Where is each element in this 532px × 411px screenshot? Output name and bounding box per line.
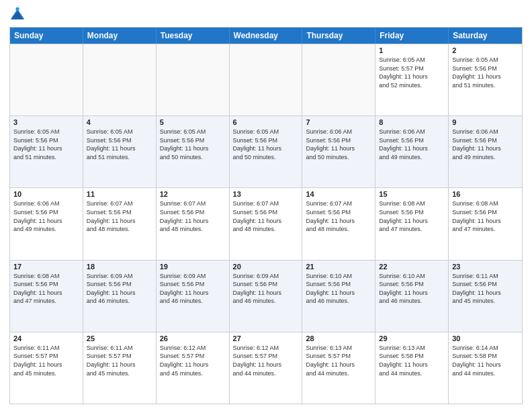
calendar-page: SundayMondayTuesdayWednesdayThursdayFrid… — [0, 0, 532, 411]
calendar-cell: 13Sunrise: 6:07 AM Sunset: 5:56 PM Dayli… — [230, 188, 303, 259]
calendar-row: 24Sunrise: 6:11 AM Sunset: 5:57 PM Dayli… — [10, 332, 522, 404]
day-number: 16 — [452, 190, 519, 198]
day-number: 14 — [306, 190, 371, 198]
calendar-cell — [157, 44, 230, 116]
day-number: 28 — [306, 334, 371, 342]
logo-icon — [9, 7, 26, 23]
calendar-header: SundayMondayTuesdayWednesdayThursdayFrid… — [10, 28, 522, 44]
day-info: Sunrise: 6:08 AM Sunset: 5:56 PM Dayligh… — [379, 199, 445, 233]
calendar-cell: 20Sunrise: 6:09 AM Sunset: 5:56 PM Dayli… — [230, 261, 303, 332]
day-number: 1 — [379, 46, 445, 54]
day-number: 19 — [160, 263, 226, 271]
day-info: Sunrise: 6:09 AM Sunset: 5:56 PM Dayligh… — [87, 272, 152, 306]
day-number: 27 — [233, 334, 299, 342]
calendar-row: 17Sunrise: 6:08 AM Sunset: 5:56 PM Dayli… — [10, 260, 522, 332]
day-info: Sunrise: 6:13 AM Sunset: 5:57 PM Dayligh… — [306, 344, 371, 377]
day-number: 9 — [452, 118, 519, 126]
day-number: 23 — [452, 263, 519, 271]
day-number: 15 — [379, 190, 445, 198]
day-info: Sunrise: 6:05 AM Sunset: 5:56 PM Dayligh… — [13, 128, 79, 161]
day-number: 22 — [379, 263, 445, 271]
day-info: Sunrise: 6:06 AM Sunset: 5:56 PM Dayligh… — [452, 128, 519, 161]
calendar-row: 10Sunrise: 6:06 AM Sunset: 5:56 PM Dayli… — [10, 187, 522, 259]
day-number: 24 — [13, 334, 79, 342]
day-number: 6 — [233, 118, 299, 126]
day-info: Sunrise: 6:12 AM Sunset: 5:57 PM Dayligh… — [233, 344, 299, 377]
day-info: Sunrise: 6:08 AM Sunset: 5:56 PM Dayligh… — [13, 272, 79, 306]
day-number: 5 — [160, 118, 226, 126]
calendar-cell: 3Sunrise: 6:05 AM Sunset: 5:56 PM Daylig… — [10, 116, 83, 187]
calendar-cell — [302, 44, 375, 116]
header — [9, 7, 523, 23]
calendar-cell: 10Sunrise: 6:06 AM Sunset: 5:56 PM Dayli… — [10, 188, 83, 259]
calendar-row: 3Sunrise: 6:05 AM Sunset: 5:56 PM Daylig… — [10, 116, 522, 187]
calendar-cell: 23Sunrise: 6:11 AM Sunset: 5:56 PM Dayli… — [449, 261, 522, 332]
calendar-cell: 24Sunrise: 6:11 AM Sunset: 5:57 PM Dayli… — [10, 332, 83, 404]
calendar-cell: 25Sunrise: 6:11 AM Sunset: 5:57 PM Dayli… — [83, 332, 157, 404]
day-number: 2 — [452, 46, 519, 54]
day-number: 13 — [233, 190, 299, 198]
calendar-row: 1Sunrise: 6:05 AM Sunset: 5:57 PM Daylig… — [10, 44, 522, 116]
calendar-cell: 2Sunrise: 6:05 AM Sunset: 5:56 PM Daylig… — [449, 44, 522, 116]
weekday-header: Sunday — [10, 28, 83, 44]
calendar-cell: 5Sunrise: 6:05 AM Sunset: 5:56 PM Daylig… — [157, 116, 230, 187]
day-number: 3 — [13, 118, 79, 126]
logo — [9, 7, 28, 23]
calendar-cell: 19Sunrise: 6:09 AM Sunset: 5:56 PM Dayli… — [157, 261, 230, 332]
day-info: Sunrise: 6:07 AM Sunset: 5:56 PM Dayligh… — [160, 199, 226, 233]
day-number: 12 — [160, 190, 226, 198]
day-number: 8 — [379, 118, 445, 126]
calendar-cell: 28Sunrise: 6:13 AM Sunset: 5:57 PM Dayli… — [302, 332, 375, 404]
calendar-cell: 30Sunrise: 6:14 AM Sunset: 5:58 PM Dayli… — [449, 332, 522, 404]
day-number: 11 — [87, 190, 152, 198]
weekday-header: Monday — [83, 28, 157, 44]
calendar-cell: 7Sunrise: 6:06 AM Sunset: 5:56 PM Daylig… — [302, 116, 375, 187]
calendar-cell: 9Sunrise: 6:06 AM Sunset: 5:56 PM Daylig… — [449, 116, 522, 187]
day-info: Sunrise: 6:09 AM Sunset: 5:56 PM Dayligh… — [233, 272, 299, 306]
day-info: Sunrise: 6:08 AM Sunset: 5:56 PM Dayligh… — [452, 199, 519, 233]
day-number: 7 — [306, 118, 371, 126]
weekday-header: Thursday — [302, 28, 375, 44]
calendar-cell: 14Sunrise: 6:07 AM Sunset: 5:56 PM Dayli… — [302, 188, 375, 259]
day-info: Sunrise: 6:06 AM Sunset: 5:56 PM Dayligh… — [379, 128, 445, 161]
weekday-header: Saturday — [449, 28, 522, 44]
day-info: Sunrise: 6:12 AM Sunset: 5:57 PM Dayligh… — [160, 344, 226, 377]
weekday-header: Friday — [375, 28, 449, 44]
day-number: 17 — [13, 263, 79, 271]
svg-point-2 — [15, 7, 19, 11]
calendar-cell: 15Sunrise: 6:08 AM Sunset: 5:56 PM Dayli… — [375, 188, 449, 259]
day-number: 4 — [87, 118, 152, 126]
calendar-cell: 22Sunrise: 6:10 AM Sunset: 5:56 PM Dayli… — [375, 261, 449, 332]
day-info: Sunrise: 6:05 AM Sunset: 5:56 PM Dayligh… — [160, 128, 226, 161]
calendar-cell: 17Sunrise: 6:08 AM Sunset: 5:56 PM Dayli… — [10, 261, 83, 332]
calendar-cell: 1Sunrise: 6:05 AM Sunset: 5:57 PM Daylig… — [375, 44, 449, 116]
day-info: Sunrise: 6:11 AM Sunset: 5:56 PM Dayligh… — [452, 272, 519, 306]
day-number: 30 — [452, 334, 519, 342]
day-info: Sunrise: 6:14 AM Sunset: 5:58 PM Dayligh… — [452, 344, 519, 377]
day-info: Sunrise: 6:06 AM Sunset: 5:56 PM Dayligh… — [306, 128, 371, 161]
calendar-cell: 27Sunrise: 6:12 AM Sunset: 5:57 PM Dayli… — [230, 332, 303, 404]
day-info: Sunrise: 6:10 AM Sunset: 5:56 PM Dayligh… — [306, 272, 371, 306]
day-info: Sunrise: 6:06 AM Sunset: 5:56 PM Dayligh… — [13, 199, 79, 233]
day-info: Sunrise: 6:13 AM Sunset: 5:58 PM Dayligh… — [379, 344, 445, 377]
day-info: Sunrise: 6:05 AM Sunset: 5:57 PM Dayligh… — [379, 56, 445, 89]
calendar-cell: 26Sunrise: 6:12 AM Sunset: 5:57 PM Dayli… — [157, 332, 230, 404]
calendar-cell: 8Sunrise: 6:06 AM Sunset: 5:56 PM Daylig… — [375, 116, 449, 187]
calendar-cell — [230, 44, 303, 116]
day-number: 10 — [13, 190, 79, 198]
day-info: Sunrise: 6:07 AM Sunset: 5:56 PM Dayligh… — [306, 199, 371, 233]
day-info: Sunrise: 6:07 AM Sunset: 5:56 PM Dayligh… — [233, 199, 299, 233]
day-info: Sunrise: 6:05 AM Sunset: 5:56 PM Dayligh… — [87, 128, 152, 161]
calendar-body: 1Sunrise: 6:05 AM Sunset: 5:57 PM Daylig… — [10, 44, 522, 404]
day-number: 18 — [87, 263, 152, 271]
calendar-cell: 21Sunrise: 6:10 AM Sunset: 5:56 PM Dayli… — [302, 261, 375, 332]
weekday-header: Wednesday — [230, 28, 303, 44]
day-number: 26 — [160, 334, 226, 342]
day-number: 20 — [233, 263, 299, 271]
weekday-header: Tuesday — [157, 28, 230, 44]
calendar-cell: 12Sunrise: 6:07 AM Sunset: 5:56 PM Dayli… — [157, 188, 230, 259]
day-number: 21 — [306, 263, 371, 271]
day-info: Sunrise: 6:09 AM Sunset: 5:56 PM Dayligh… — [160, 272, 226, 306]
calendar-cell — [83, 44, 157, 116]
calendar-cell: 29Sunrise: 6:13 AM Sunset: 5:58 PM Dayli… — [375, 332, 449, 404]
